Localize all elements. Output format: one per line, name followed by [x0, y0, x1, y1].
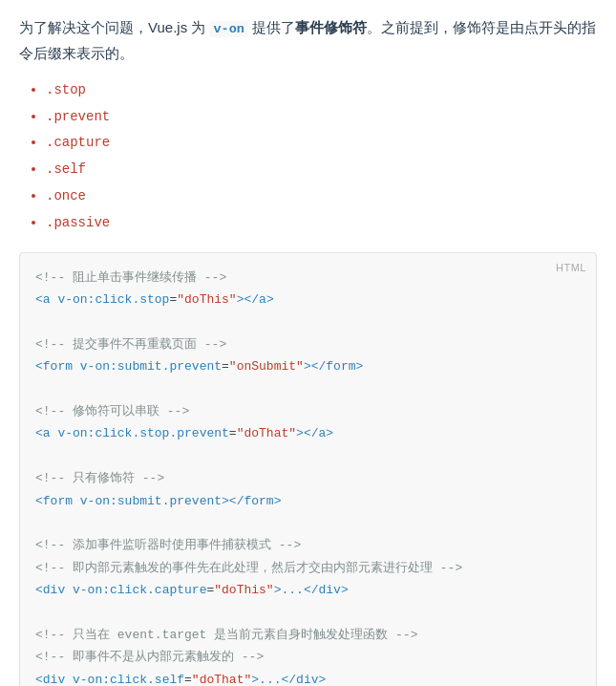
code-line-12: <!-- 只当在 event.target 是当前元素自身时触发处理函数 --> — [35, 624, 581, 646]
code-line-3: <!-- 提交事件不再重载页面 --> — [35, 333, 581, 355]
code-line-11: <div v-on:click.capture="doThis">...</di… — [35, 579, 581, 601]
list-item-self: .self — [46, 159, 597, 182]
list-item-capture: .capture — [46, 132, 597, 155]
code-line-14: <div v-on:click.self="doThat">...</div> — [35, 669, 581, 686]
code-line-8: <form v-on:submit.prevent></form> — [35, 490, 581, 512]
lang-label: HTML — [556, 259, 586, 278]
intro-paragraph: 为了解决这个问题，Vue.js 为 v-on 提供了事件修饰符。之前提到，修饰符… — [19, 15, 597, 66]
modifier-text-bold: 事件修饰符 — [295, 19, 367, 35]
code-line-10: <!-- 即内部元素触发的事件先在此处理，然后才交由内部元素进行处理 --> — [35, 557, 581, 579]
code-line-13: <!-- 即事件不是从内部元素触发的 --> — [35, 646, 581, 668]
code-line-2: <a v-on:click.stop="doThis"></a> — [35, 289, 581, 311]
v-on-code: v-on — [209, 21, 247, 37]
code-line-9: <!-- 添加事件监听器时使用事件捕获模式 --> — [35, 534, 581, 556]
list-item-once: .once — [46, 185, 597, 208]
modifier-list: .stop .prevent .capture .self .once .pas… — [46, 79, 597, 235]
list-item-stop: .stop — [46, 79, 597, 102]
code-block: HTML <!-- 阻止单击事件继续传播 --> <a v-on:click.s… — [19, 252, 597, 686]
list-item-prevent: .prevent — [46, 106, 597, 129]
intro-text-after: 提供了 — [248, 19, 295, 35]
list-item-passive: .passive — [46, 212, 597, 235]
code-line-4: <form v-on:submit.prevent="onSubmit"></f… — [35, 355, 581, 377]
code-line-7: <!-- 只有修饰符 --> — [35, 467, 581, 489]
code-line-6: <a v-on:click.stop.prevent="doThat"></a> — [35, 422, 581, 444]
code-line-1: <!-- 阻止单击事件继续传播 --> — [35, 267, 581, 289]
code-line-5: <!-- 修饰符可以串联 --> — [35, 400, 581, 422]
intro-text-before: 为了解决这个问题，Vue.js 为 — [19, 19, 209, 35]
